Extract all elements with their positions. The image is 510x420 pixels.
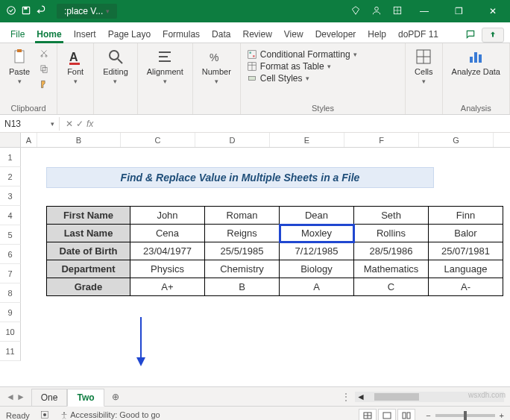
font-button[interactable]: AFont▾ — [63, 46, 87, 87]
row-header[interactable]: 3 — [0, 187, 21, 206]
cell[interactable]: Language — [429, 260, 503, 278]
tab-nav-next-icon[interactable]: ► — [16, 392, 25, 402]
zoom-slider[interactable] — [435, 414, 495, 417]
row-header[interactable]: 1 — [0, 148, 21, 167]
name-box[interactable]: N13▾ — [0, 117, 60, 131]
menu-review[interactable]: Review — [236, 25, 277, 43]
row-header[interactable]: 10 — [0, 322, 21, 342]
zoom-control[interactable]: − + — [426, 411, 504, 420]
cancel-fx-icon[interactable]: ✕ — [66, 119, 73, 129]
restore-button[interactable]: ❐ — [441, 0, 476, 22]
menu-home[interactable]: Home — [31, 25, 67, 43]
menu-view[interactable]: View — [278, 25, 309, 43]
view-pagebreak-button[interactable] — [397, 409, 415, 421]
format-painter-icon[interactable] — [37, 78, 51, 91]
row-header[interactable]: 6 — [0, 245, 21, 264]
row-header[interactable]: 7 — [0, 264, 21, 283]
menu-insert[interactable]: Insert — [68, 25, 102, 43]
close-button[interactable]: ✕ — [476, 0, 510, 22]
cut-icon[interactable] — [37, 46, 51, 60]
row-header[interactable]: 2 — [0, 167, 21, 187]
cell[interactable]: C — [354, 278, 429, 296]
undo-icon[interactable] — [36, 5, 46, 18]
cell-styles-button[interactable]: Cell Styles▾ — [247, 73, 399, 84]
cell[interactable]: B — [205, 278, 280, 296]
h-split-icon[interactable]: ⋮ — [337, 392, 355, 402]
user-icon[interactable] — [371, 5, 382, 18]
cell[interactable]: A- — [429, 278, 503, 296]
view-layout-button[interactable] — [378, 409, 396, 421]
col-header-F[interactable]: F — [344, 133, 419, 147]
col-header-A[interactable]: A — [21, 133, 37, 147]
macro-record-icon[interactable] — [40, 410, 49, 421]
cell-selected[interactable]: Moxley — [280, 225, 354, 242]
row-label[interactable]: Last Name — [47, 225, 130, 242]
save-icon[interactable] — [21, 5, 31, 18]
formula-input[interactable] — [99, 122, 510, 125]
analyze-data-button[interactable]: Analyze Data — [449, 46, 503, 78]
menu-formulas[interactable]: Formulas — [157, 25, 206, 43]
cell[interactable]: 25/5/1985 — [205, 242, 280, 260]
add-sheet-button[interactable]: ⊕ — [104, 389, 127, 405]
col-header-B[interactable]: B — [37, 133, 121, 147]
app-icon[interactable] — [392, 5, 403, 18]
autosave-icon[interactable] — [6, 5, 16, 18]
cell[interactable]: 25/07/1981 — [429, 242, 503, 260]
row-header[interactable]: 11 — [0, 342, 21, 361]
menu-file[interactable]: File — [4, 25, 31, 43]
cell[interactable]: Biology — [280, 260, 354, 278]
row-label[interactable]: Department — [47, 260, 130, 278]
cell[interactable]: Seth — [354, 207, 429, 225]
cell[interactable]: John — [130, 207, 205, 225]
row-header[interactable]: 4 — [0, 206, 21, 225]
tab-nav-prev-icon[interactable]: ◄ — [6, 392, 15, 402]
cell[interactable]: Mathematics — [354, 260, 429, 278]
row-label[interactable]: First Name — [47, 207, 130, 225]
row-header[interactable]: 9 — [0, 303, 21, 322]
view-normal-button[interactable] — [359, 409, 377, 421]
cell[interactable]: A — [280, 278, 354, 296]
cells-button[interactable]: Cells▾ — [412, 46, 435, 87]
row-label[interactable]: Date of Birth — [47, 242, 130, 260]
cell[interactable]: 7/12/1985 — [280, 242, 354, 260]
cell[interactable]: Dean — [280, 207, 354, 225]
menu-help[interactable]: Help — [362, 25, 392, 43]
menu-developer[interactable]: Developer — [309, 25, 362, 43]
col-header-C[interactable]: C — [121, 133, 195, 147]
editing-button[interactable]: Editing▾ — [100, 46, 131, 87]
scrollbar-thumb[interactable] — [374, 393, 419, 401]
cell[interactable]: Chemistry — [205, 260, 280, 278]
row-header[interactable]: 8 — [0, 283, 21, 303]
cell[interactable]: A+ — [130, 278, 205, 296]
minimize-button[interactable]: — — [407, 0, 441, 22]
cell[interactable]: 28/5/1986 — [354, 242, 429, 260]
format-as-table-button[interactable]: Format as Table▾ — [247, 61, 399, 72]
cell[interactable]: Roman — [205, 207, 280, 225]
comments-icon[interactable] — [465, 29, 476, 42]
cell[interactable]: 23/04/1977 — [130, 242, 205, 260]
paste-button[interactable]: Paste▾ — [6, 46, 33, 87]
document-name[interactable]: :place V...▾ — [57, 4, 117, 19]
row-header[interactable]: 5 — [0, 225, 21, 245]
alignment-button[interactable]: Alignment▾ — [144, 46, 186, 87]
cell[interactable]: Physics — [130, 260, 205, 278]
sheet-tab-two[interactable]: Two — [67, 389, 104, 407]
copy-icon[interactable] — [37, 62, 51, 75]
cell[interactable]: Finn — [429, 207, 503, 225]
sheet-tab-one[interactable]: One — [31, 389, 68, 406]
cell[interactable]: Reigns — [205, 225, 280, 242]
diamond-icon[interactable] — [350, 5, 361, 18]
select-all-corner[interactable] — [0, 133, 21, 147]
confirm-fx-icon[interactable]: ✓ — [76, 119, 84, 129]
conditional-formatting-button[interactable]: Conditional Formatting▾ — [247, 49, 399, 60]
col-header-D[interactable]: D — [195, 133, 270, 147]
col-header-G[interactable]: G — [419, 133, 494, 147]
cell[interactable]: Cena — [130, 225, 205, 242]
fx-icon[interactable]: fx — [86, 119, 93, 129]
menu-data[interactable]: Data — [206, 25, 236, 43]
accessibility-status[interactable]: Accessibility: Good to go — [60, 410, 160, 420]
menu-page-layout[interactable]: Page Layo — [102, 25, 157, 43]
cell[interactable]: Rollins — [354, 225, 429, 242]
number-button[interactable]: %Number▾ — [199, 46, 234, 87]
col-header-E[interactable]: E — [270, 133, 344, 147]
